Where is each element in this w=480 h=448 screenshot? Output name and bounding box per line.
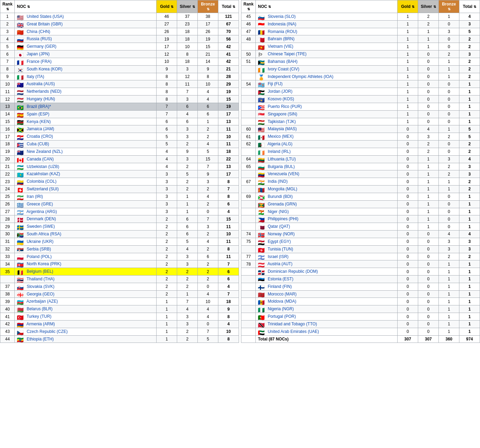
country-link[interactable]: Uzbekistan (UZB) bbox=[27, 164, 59, 169]
country-link[interactable]: Armenia (ARM) bbox=[26, 322, 55, 326]
country-link[interactable]: Burundi (BDI) bbox=[268, 194, 293, 199]
country-link[interactable]: Morocco (MAR) bbox=[268, 292, 297, 296]
country-link[interactable]: Azerbaijan (AZE) bbox=[26, 299, 58, 304]
country-link[interactable]: Canada (CAN) bbox=[27, 157, 54, 161]
country-link[interactable]: Kosovo (KOS) bbox=[268, 97, 294, 101]
country-link[interactable]: United Arab Emirates (UAE) bbox=[268, 329, 319, 334]
rank-header-right[interactable]: Rank ⇅ bbox=[241, 0, 256, 13]
country-link[interactable]: Bahrain (BRN) bbox=[268, 36, 295, 41]
country-link[interactable]: Jordan (JOR) bbox=[268, 89, 293, 94]
country-link[interactable]: Nigeria (NGR) bbox=[268, 306, 294, 311]
country-link[interactable]: Estonia (EST) bbox=[268, 277, 294, 281]
country-link[interactable]: Spain (ESP) bbox=[27, 112, 49, 116]
country-link[interactable]: United States (USA) bbox=[27, 14, 64, 19]
country-link[interactable]: Colombia (COL) bbox=[27, 179, 57, 184]
country-link[interactable]: Czech Republic (CZE) bbox=[27, 329, 68, 334]
country-link[interactable]: China (CHN) bbox=[27, 29, 50, 34]
country-link[interactable]: Ireland (IRL) bbox=[268, 149, 291, 154]
country-link[interactable]: South Africa (RSA) bbox=[27, 232, 61, 236]
country-flag: 🇧🇾 bbox=[17, 307, 24, 312]
country-link[interactable]: Qatar (QAT) bbox=[268, 224, 290, 229]
country-link[interactable]: Thailand (THA) bbox=[26, 277, 54, 281]
country-link[interactable]: Great Britain (GBR) bbox=[27, 22, 63, 26]
country-link[interactable]: Belarus (BLR) bbox=[27, 306, 53, 311]
country-link[interactable]: Sweden (SWE) bbox=[27, 224, 55, 229]
country-link[interactable]: Trinidad and Tobago (TTO) bbox=[267, 322, 317, 326]
country-link[interactable]: Turkey (TUR) bbox=[26, 314, 51, 319]
country-link[interactable]: Romania (ROU) bbox=[268, 29, 297, 34]
country-link[interactable]: Finland (FIN) bbox=[268, 284, 292, 289]
country-link[interactable]: Hungary (HUN) bbox=[27, 97, 55, 101]
country-link[interactable]: South Korea (KOR) bbox=[27, 67, 62, 71]
gold-header-right[interactable]: Gold ⇅ bbox=[398, 0, 418, 13]
country-link[interactable]: Denmark (DEN) bbox=[27, 216, 56, 221]
country-link[interactable]: Slovakia (SVK) bbox=[27, 284, 55, 289]
country-link[interactable]: Serbia (SRB) bbox=[27, 247, 51, 251]
country-link[interactable]: Belgium (BEL) bbox=[27, 269, 53, 274]
country-link[interactable]: Egypt (EGY) bbox=[268, 239, 291, 244]
country-link[interactable]: France (FRA) bbox=[27, 59, 52, 64]
country-link[interactable]: Philippines (PHI) bbox=[268, 216, 298, 221]
country-link[interactable]: Mexico (MEX) bbox=[268, 134, 294, 139]
country-link[interactable]: Austria (AUT) bbox=[267, 261, 293, 266]
bronze-header-left[interactable]: Bronze ⇅ bbox=[198, 0, 218, 13]
country-link[interactable]: Tajikistan (TJK) bbox=[267, 119, 296, 124]
country-link[interactable]: Independent Olympic Athletes (IOA) bbox=[268, 74, 333, 79]
country-link[interactable]: Israel (ISR) bbox=[268, 254, 289, 259]
country-link[interactable]: Ivory Coast (CIV) bbox=[268, 67, 299, 71]
country-link[interactable]: Netherlands (NED) bbox=[27, 89, 61, 94]
country-link[interactable]: Kenya (KEN) bbox=[27, 119, 51, 124]
country-link[interactable]: Niger (NIG) bbox=[268, 209, 289, 214]
country-link[interactable]: New Zealand (NZL) bbox=[27, 149, 63, 154]
country-link[interactable]: Argentina (ARG) bbox=[26, 209, 57, 214]
gold-header-left[interactable]: Gold ⇅ bbox=[157, 0, 177, 13]
country-link[interactable]: Russia (RUS) bbox=[27, 36, 52, 41]
country-link[interactable]: Dominican Republic (DOM) bbox=[268, 269, 318, 274]
country-link[interactable]: Puerto Rico (PUR) bbox=[268, 104, 302, 109]
country-link[interactable]: Iran (IRI) bbox=[27, 194, 43, 199]
country-link[interactable]: Portugal (POR) bbox=[268, 314, 296, 319]
country-link[interactable]: Algeria (ALG) bbox=[267, 142, 293, 146]
country-link[interactable]: Georgia (GEO) bbox=[27, 292, 55, 296]
country-link[interactable]: Australia (AUS) bbox=[26, 81, 55, 86]
country-link[interactable]: Brazil (BRA)* bbox=[27, 104, 51, 109]
country-link[interactable]: Croatia (CRO) bbox=[27, 134, 53, 139]
country-link[interactable]: Mongolia (MGL) bbox=[268, 187, 297, 191]
country-link[interactable]: Ukraine (UKR) bbox=[27, 239, 54, 244]
country-link[interactable]: Ethiopia (ETH) bbox=[27, 337, 54, 341]
rank-header-left[interactable]: Rank ⇅ bbox=[0, 0, 15, 13]
country-link[interactable]: India (IND) bbox=[268, 179, 288, 184]
country-link[interactable]: Cuba (CUB) bbox=[27, 142, 49, 146]
country-link[interactable]: Italy (ITA) bbox=[27, 74, 44, 79]
total-header-right[interactable]: Total ⇅ bbox=[459, 0, 480, 13]
country-link[interactable]: Lithuania (LTU) bbox=[268, 157, 296, 161]
country-link[interactable]: Chinese Taipei (TPE) bbox=[268, 52, 307, 56]
country-link[interactable]: Singapore (SIN) bbox=[268, 112, 297, 116]
country-link[interactable]: Indonesia (INA) bbox=[268, 22, 296, 26]
country-link[interactable]: Bahamas (BAH) bbox=[268, 59, 298, 64]
country-link[interactable]: Norway (NOR) bbox=[268, 232, 295, 236]
country-link[interactable]: Grenada (GRN) bbox=[268, 202, 297, 206]
country-link[interactable]: Kazakhstan (KAZ) bbox=[27, 171, 60, 176]
country-link[interactable]: Malaysia (MAS) bbox=[268, 126, 297, 131]
noc-header-right[interactable]: NOC ⇅ bbox=[256, 0, 398, 13]
country-link[interactable]: Switzerland (SUI) bbox=[27, 187, 59, 191]
country-link[interactable]: Japan (JPN) bbox=[27, 52, 50, 56]
country-link[interactable]: Slovenia (SLO) bbox=[268, 14, 296, 19]
silver-header-left[interactable]: Silver ⇅ bbox=[177, 0, 198, 13]
bronze-header-right[interactable]: Bronze ⇅ bbox=[439, 0, 459, 13]
country-link[interactable]: Tunisia (TUN) bbox=[267, 247, 293, 251]
country-link[interactable]: Poland (POL) bbox=[27, 254, 52, 259]
country-link[interactable]: Vietnam (VIE) bbox=[268, 44, 293, 49]
noc-header-left[interactable]: NOC ⇅ bbox=[15, 0, 157, 13]
silver-header-right[interactable]: Silver ⇅ bbox=[418, 0, 439, 13]
country-link[interactable]: Moldova (MDA) bbox=[268, 299, 296, 304]
total-header-left[interactable]: Total ⇅ bbox=[218, 0, 239, 13]
country-link[interactable]: Jamaica (JAM) bbox=[27, 126, 54, 131]
country-link[interactable]: Greece (GRE) bbox=[27, 202, 53, 206]
country-link[interactable]: Germany (GER) bbox=[27, 44, 57, 49]
country-link[interactable]: Fiji (FIJ) bbox=[268, 81, 283, 86]
country-link[interactable]: Venezuela (VEN) bbox=[268, 171, 299, 176]
country-link[interactable]: Bulgaria (BUL) bbox=[268, 164, 295, 169]
country-link[interactable]: North Korea (PRK) bbox=[27, 261, 61, 266]
